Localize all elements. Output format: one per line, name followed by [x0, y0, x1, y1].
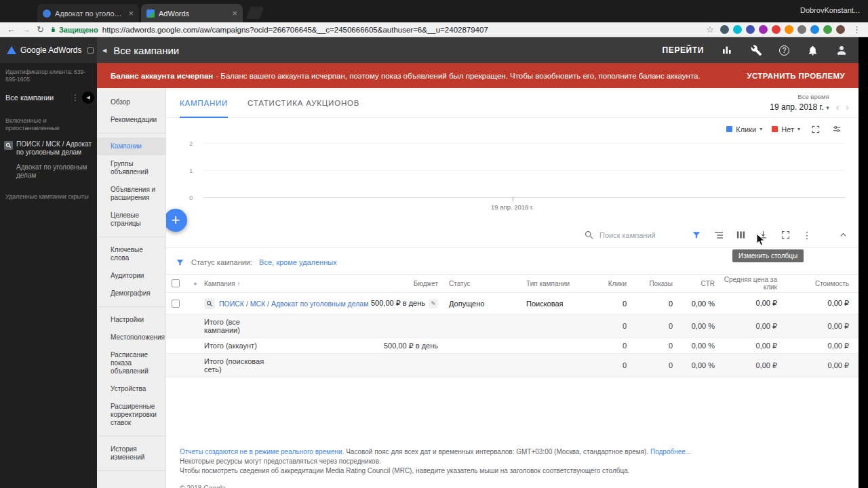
nav-item-locations[interactable]: Местоположения [97, 329, 165, 346]
nav-item-devices[interactable]: Устройства [97, 380, 165, 398]
header-avg-cpc[interactable]: Средняя цена за клик [715, 276, 777, 291]
extension-icon[interactable] [785, 25, 793, 34]
expand-chart-icon[interactable] [810, 123, 821, 135]
x-axis-label: 19 апр. 2018 г. [180, 203, 845, 211]
nav-item-ad-schedule[interactable]: Расписание показа объявлений [97, 346, 165, 380]
header-type[interactable]: Тип кампании [506, 280, 587, 287]
extension-icon[interactable] [746, 25, 755, 34]
filter-icon[interactable] [690, 229, 702, 241]
metric-selector-2[interactable]: Нет ▾ [772, 125, 800, 134]
extension-icon[interactable] [733, 25, 742, 34]
tools-wrench-icon[interactable] [750, 44, 762, 56]
nav-item-demographics[interactable]: Демография [97, 285, 165, 302]
edit-budget-icon[interactable]: ✎ [429, 299, 438, 308]
fix-problem-button[interactable]: УСТРАНИТЬ ПРОБЛЕМУ [747, 72, 845, 80]
header-ctr[interactable]: CTR [673, 280, 715, 287]
nav-item-recommendations[interactable]: Рекомендации [97, 111, 165, 129]
nav-item-advanced-bid-adj[interactable]: Расширенные корректировки ставок [97, 398, 165, 432]
tree-all-campaigns[interactable]: Все кампании ⋮ ◀ [0, 86, 97, 109]
y-tick: 2 [189, 140, 193, 147]
nav-divider [97, 470, 165, 471]
tab-close-icon[interactable]: × [128, 9, 134, 18]
tree-root-label: Все кампании [5, 94, 68, 102]
nav-item-landing-pages[interactable]: Целевые страницы [97, 207, 165, 232]
fullscreen-icon[interactable] [780, 229, 791, 241]
refresh-icon[interactable]: ↻ [37, 25, 44, 34]
collapse-panel-icon[interactable]: ◀ [102, 47, 106, 54]
notifications-bell-icon[interactable] [806, 44, 818, 56]
browser-tab-site[interactable]: Адвокат по уголовным делам × [37, 4, 139, 22]
campaign-name-link[interactable]: ПОИСК / МСК / Адвокат по уголовным делам [219, 300, 368, 308]
new-tab-button[interactable] [246, 7, 264, 19]
extension-icon[interactable] [836, 25, 845, 34]
browser-tab-adwords[interactable]: AdWords × [141, 4, 243, 22]
omnibox[interactable]: Защищено https://adwords.google.com/aw/c… [50, 24, 714, 35]
forward-icon[interactable]: → [22, 25, 31, 34]
extension-icon[interactable] [772, 25, 781, 34]
extension-icon[interactable] [810, 25, 819, 34]
gridline [203, 170, 845, 171]
tab-campaigns[interactable]: КАМПАНИИ [180, 88, 228, 118]
tree-more-icon[interactable]: ⋮ [71, 93, 79, 102]
url-text[interactable]: https://adwords.google.com/aw/campaigns?… [102, 26, 488, 34]
extension-icon[interactable] [759, 25, 768, 34]
browser-profile-name[interactable]: DobrovKonstant... [800, 6, 860, 14]
tab-close-icon[interactable]: × [232, 9, 237, 18]
metric-selector-1[interactable]: Клики ▾ [726, 125, 762, 134]
next-period-icon[interactable]: › [846, 102, 849, 112]
date-range-value[interactable]: 19 апр. 2018 г. ▾ [770, 102, 829, 112]
prev-period-icon[interactable]: ‹ [836, 102, 840, 112]
realtime-note-link[interactable]: Отчеты создаются не в режиме реального в… [180, 448, 344, 455]
tree-campaign-label: ПОИСК / МСК / Адвокат по уголовным делам [16, 140, 93, 157]
segment-icon[interactable] [713, 229, 724, 241]
learn-more-link[interactable]: Подробнее... [650, 448, 691, 455]
tree-collapse-button[interactable]: ◀ [82, 92, 94, 104]
secure-lock-icon: Защищено [50, 26, 98, 34]
select-all-checkbox[interactable] [172, 279, 180, 287]
header-campaign[interactable]: Кампания↑ [204, 280, 360, 287]
caret-down-icon: ▾ [797, 126, 800, 132]
search-campaign-icon [4, 141, 13, 150]
collapse-table-icon[interactable] [837, 229, 849, 241]
date-range-picker[interactable]: Все время 19 апр. 2018 г. ▾ ‹ › [770, 93, 849, 112]
columns-icon[interactable] [735, 229, 747, 241]
go-to-button[interactable]: ПЕРЕЙТИ [663, 45, 704, 55]
extension-icon[interactable] [797, 25, 806, 34]
browser-menu-icon[interactable]: ⋮ [851, 24, 861, 35]
nav-item-keywords[interactable]: Ключевые слова [97, 241, 165, 267]
section-nav: Обзор Рекомендации Кампании Группы объяв… [97, 88, 166, 488]
nav-item-ad-groups[interactable]: Группы объявлений [97, 155, 165, 181]
bookmark-star-icon[interactable]: ☆ [706, 24, 714, 35]
row-checkbox[interactable] [172, 300, 180, 308]
header-status[interactable]: Статус [438, 280, 506, 287]
tree-campaign-item[interactable]: ПОИСК / МСК / Адвокат по уголовным делам [0, 135, 97, 159]
caret-down-icon: ▾ [826, 104, 829, 111]
help-icon[interactable]: ? [779, 45, 789, 56]
reports-icon[interactable] [721, 44, 733, 56]
nav-item-audiences[interactable]: Аудитории [97, 267, 165, 285]
nav-item-ads-extensions[interactable]: Объявления и расширения [97, 181, 165, 207]
campaign-search[interactable] [584, 230, 674, 240]
avatar[interactable] [835, 44, 848, 56]
more-options-icon[interactable]: ⋮ [802, 230, 812, 241]
adwords-logo[interactable]: Google AdWords [0, 37, 97, 63]
nav-item-campaigns[interactable]: Кампании [97, 138, 165, 155]
nav-item-change-history[interactable]: История изменений [97, 441, 165, 466]
header-cost[interactable]: Стоимость [777, 280, 859, 287]
nav-item-settings[interactable]: Настройки [97, 311, 165, 329]
extension-icon[interactable] [720, 25, 729, 34]
nav-item-overview[interactable]: Обзор [97, 94, 165, 111]
search-input[interactable] [599, 231, 674, 239]
budget-value: 500,00 ₽ в день [371, 299, 425, 308]
chart-settings-icon[interactable] [831, 123, 842, 135]
client-id: Идентификатор клиента: 639-895-1605 [0, 63, 97, 86]
tree-adgroup-item[interactable]: Адвокат по уголовным делам [0, 159, 97, 182]
header-impressions[interactable]: Показы [627, 280, 673, 287]
header-budget[interactable]: Бюджет [360, 280, 438, 287]
back-icon[interactable]: ← [7, 25, 16, 34]
extension-icon[interactable] [823, 25, 832, 34]
page-title: Все кампании [113, 45, 179, 56]
filter-value-link[interactable]: Все, кроме удаленных [259, 258, 337, 266]
tab-auction-insights[interactable]: СТАТИСТИКА АУКЦИОНОВ [248, 88, 359, 118]
header-clicks[interactable]: Клики [587, 280, 627, 287]
